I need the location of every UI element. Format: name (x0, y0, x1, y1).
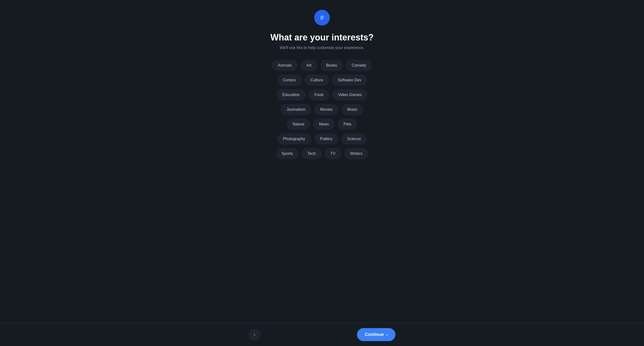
interest-tag-politics[interactable]: Politics (314, 133, 338, 144)
interests-row-3: JournalismMoviesMusic (281, 104, 363, 115)
hash-icon: # (320, 14, 324, 22)
interest-tag-education[interactable]: Education (276, 89, 306, 100)
footer-inner: ‹ Continue › (248, 328, 396, 341)
interest-tag-software-dev[interactable]: Software Dev (332, 75, 367, 86)
interest-tag-science[interactable]: Science (341, 133, 367, 144)
interest-tag-music[interactable]: Music (341, 104, 363, 115)
interest-tag-culture[interactable]: Culture (305, 75, 329, 86)
interests-row-2: EducationFoodVideo Games (276, 89, 368, 100)
interest-tag-tv[interactable]: TV (325, 148, 341, 159)
interests-row-5: PhotographyPoliticsScience (277, 133, 367, 144)
chevron-right-icon: › (386, 332, 388, 337)
interest-tag-animals[interactable]: Animals (272, 60, 298, 71)
interest-tag-sports[interactable]: Sports (276, 148, 299, 159)
interest-tag-nature[interactable]: Nature (287, 119, 310, 130)
interests-grid: AnimalsArtBooksComedyComicsCultureSoftwa… (254, 60, 390, 159)
continue-button[interactable]: Continue › (357, 328, 396, 341)
logo-circle: # (314, 10, 330, 26)
interest-tag-tech[interactable]: Tech (302, 148, 322, 159)
interests-row-0: AnimalsArtBooksComedy (272, 60, 372, 71)
continue-label: Continue (365, 332, 384, 337)
interest-tag-movies[interactable]: Movies (314, 104, 338, 115)
interest-tag-video-games[interactable]: Video Games (332, 89, 368, 100)
interest-tag-books[interactable]: Books (320, 60, 343, 71)
interest-tag-comedy[interactable]: Comedy (346, 60, 372, 71)
interest-tag-art[interactable]: Art (300, 60, 317, 71)
interest-tag-pets[interactable]: Pets (338, 119, 357, 130)
main-content: # What are your interests? We'll use thi… (0, 0, 644, 323)
chevron-left-icon: ‹ (254, 332, 255, 337)
interests-row-6: SportsTechTVWriters (276, 148, 368, 159)
interest-tag-journalism[interactable]: Journalism (281, 104, 311, 115)
interest-tag-food[interactable]: Food (308, 89, 329, 100)
footer-bar: ‹ Continue › (0, 323, 644, 346)
interests-row-4: NatureNewsPets (287, 119, 357, 130)
interests-row-1: ComicsCultureSoftware Dev (277, 75, 367, 86)
back-button[interactable]: ‹ (248, 329, 260, 340)
interest-tag-news[interactable]: News (313, 119, 335, 130)
page-subtitle: We'll use this to help customize your ex… (280, 46, 364, 50)
page-title: What are your interests? (270, 32, 374, 43)
interest-tag-photography[interactable]: Photography (277, 133, 311, 144)
interest-tag-comics[interactable]: Comics (277, 75, 302, 86)
interest-tag-writers[interactable]: Writers (344, 148, 368, 159)
